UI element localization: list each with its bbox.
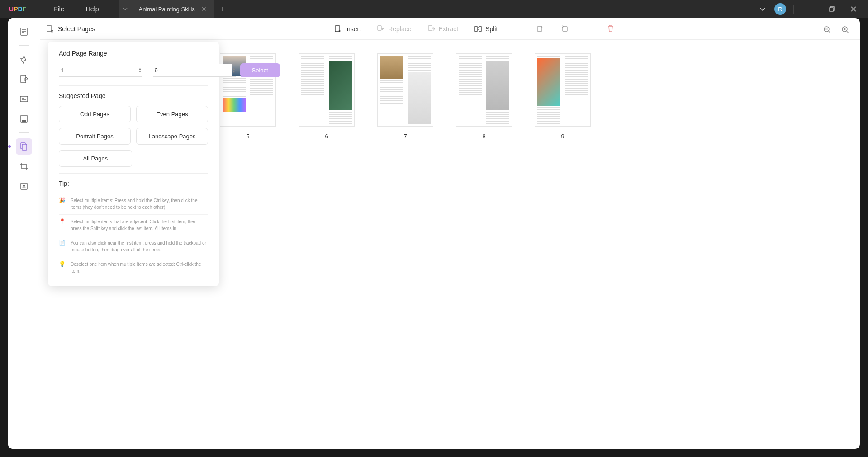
all-pages-button[interactable]: All Pages (59, 150, 132, 167)
page-number: 7 (403, 133, 407, 140)
add-range-title: Add Page Range (59, 50, 208, 57)
svg-rect-1 (21, 28, 27, 35)
page-thumb[interactable]: 9 (535, 53, 591, 140)
range-to-input[interactable] (153, 64, 232, 76)
titlebar-dropdown-icon[interactable] (754, 8, 771, 11)
sidebar-crop-icon[interactable] (16, 158, 32, 174)
suggested-title: Suggested Page (59, 92, 208, 99)
rotate-left-icon[interactable] (536, 24, 544, 33)
insert-icon (334, 25, 342, 33)
tip-icon: 💡 (59, 261, 66, 274)
tip-icon: 📄 (59, 240, 66, 253)
sidebar-compress-icon[interactable] (16, 178, 32, 194)
svg-rect-2 (21, 75, 26, 83)
replace-button[interactable]: Replace (377, 24, 411, 33)
maximize-button[interactable] (823, 0, 841, 18)
page-number: 8 (482, 133, 485, 140)
tab-close-icon[interactable]: ✕ (201, 5, 207, 13)
insert-button[interactable]: Insert (334, 24, 361, 33)
zoom-out-icon[interactable] (821, 24, 834, 36)
svg-rect-9 (47, 26, 52, 32)
svg-rect-3 (20, 96, 28, 102)
tab-title: Animal Painting Skills (139, 6, 195, 13)
page-number: 6 (325, 133, 328, 140)
app-logo: UPDF (0, 5, 35, 13)
page-number: 5 (246, 133, 249, 140)
menu-file[interactable]: File (43, 0, 75, 18)
landscape-pages-button[interactable]: Landscape Pages (136, 128, 208, 145)
minimize-button[interactable] (801, 0, 819, 18)
range-from-input[interactable] (59, 64, 138, 76)
select-button[interactable]: Select (240, 63, 280, 77)
close-button[interactable] (844, 0, 863, 18)
svg-rect-11 (378, 26, 381, 30)
tab-active[interactable]: Animal Painting Skills ✕ (132, 0, 214, 18)
tip-item: 💡Deselect one item when multiple items a… (59, 257, 208, 278)
range-dash: - (146, 67, 148, 74)
sidebar-comment-icon[interactable] (16, 51, 32, 67)
menu-help[interactable]: Help (75, 0, 110, 18)
sidebar-reader-icon[interactable] (16, 24, 32, 40)
svg-rect-15 (537, 27, 542, 31)
sidebar-redact-icon[interactable] (16, 111, 32, 127)
spinner-from[interactable]: ▲▼ (138, 67, 142, 73)
rotate-right-icon[interactable] (560, 24, 569, 33)
svg-rect-12 (428, 26, 432, 30)
tip-icon: 📍 (59, 218, 66, 232)
odd-pages-button[interactable]: Odd Pages (59, 106, 131, 122)
spinner-to[interactable]: ▲▼ (232, 67, 236, 73)
tip-icon: 🎉 (59, 197, 66, 211)
svg-rect-0 (830, 8, 833, 11)
tip-title: Tip: (59, 180, 208, 187)
delete-icon[interactable] (607, 24, 614, 33)
page-number: 9 (561, 133, 564, 140)
page-thumb[interactable]: 6 (299, 53, 355, 140)
portrait-pages-button[interactable]: Portrait Pages (59, 128, 131, 145)
titlebar: UPDF File Help Animal Painting Skills ✕ … (0, 0, 868, 18)
sidebar (8, 18, 40, 449)
user-avatar[interactable]: R (774, 3, 786, 15)
page-thumb[interactable]: 8 (456, 53, 512, 140)
toolbar: Select Pages Insert Replace Extract (40, 18, 860, 40)
extract-button[interactable]: Extract (428, 24, 459, 33)
replace-icon (377, 25, 384, 33)
svg-rect-14 (479, 26, 481, 32)
svg-rect-13 (475, 26, 477, 32)
sidebar-edit-icon[interactable] (16, 71, 32, 87)
tip-item: 📍Select multiple items that are adjacent… (59, 215, 208, 236)
sidebar-form-icon[interactable] (16, 91, 32, 107)
sidebar-organize-icon[interactable] (16, 138, 32, 155)
even-pages-button[interactable]: Even Pages (136, 106, 208, 122)
split-icon (474, 25, 482, 33)
select-pages-button[interactable]: Select Pages (46, 25, 95, 33)
tab-list-dropdown[interactable] (119, 0, 132, 18)
svg-rect-7 (22, 144, 27, 150)
page-icon (46, 25, 53, 33)
split-button[interactable]: Split (474, 24, 498, 33)
tab-add-button[interactable] (214, 0, 230, 18)
zoom-in-icon[interactable] (839, 24, 852, 36)
tip-item: 📄You can also click near the first item,… (59, 236, 208, 257)
tip-item: 🎉Select multiple items: Press and hold t… (59, 193, 208, 215)
select-pages-popover: Add Page Range ▲▼ - ▲▼ Select Suggested … (48, 42, 219, 286)
page-thumb[interactable]: 7 (377, 53, 433, 140)
svg-rect-16 (563, 27, 567, 31)
extract-icon (428, 25, 435, 33)
svg-rect-5 (22, 120, 26, 122)
